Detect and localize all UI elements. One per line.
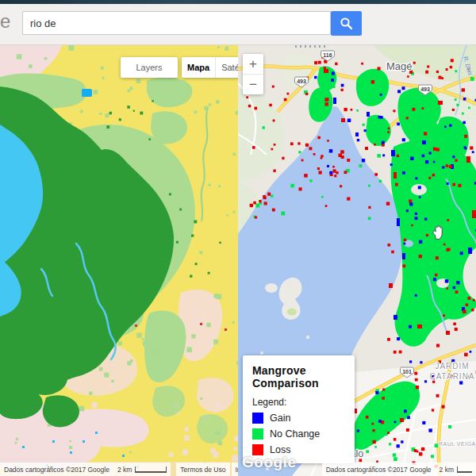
legend-panel: Mangrove Comparison Legend: Gain No Chan…: [243, 355, 355, 463]
label-jardim-line1: JARDIM: [435, 362, 469, 370]
right-map-canvas[interactable]: Magé R. Dois JARDIM CATARINA RAUL VEIGA …: [238, 45, 476, 476]
terms-link[interactable]: Termos de Uso: [176, 463, 229, 476]
left-map-art: [0, 45, 238, 476]
search-icon: [340, 17, 353, 30]
svg-text:116: 116: [323, 52, 332, 58]
svg-text:101: 101: [402, 369, 412, 374]
search-header: e: [0, 4, 476, 45]
zoom-in-button[interactable]: +: [243, 54, 263, 75]
zoom-out-button[interactable]: −: [243, 75, 263, 94]
copyright-text: Dados cartográficos ©2017 Google 2 km: [0, 463, 171, 476]
maptype-satellite-label: Satélite: [221, 63, 238, 72]
label-mage: Magé: [386, 60, 413, 72]
legend-item-gain: Gain: [252, 413, 347, 424]
layers-button-label: Layers: [136, 63, 162, 72]
road-shield-101: 101: [399, 367, 415, 378]
left-map-attribution: Dados cartográficos ©2017 Google 2 km Te…: [0, 463, 238, 476]
google-logo: Google: [242, 454, 296, 471]
label-raul-veiga: RAUL VEIGA: [439, 441, 476, 447]
svg-text:493: 493: [420, 86, 430, 92]
scale-label: 2 km: [440, 466, 454, 474]
road-shield-493b: 493: [417, 84, 433, 96]
maptype-map-button[interactable]: Mapa: [182, 57, 216, 78]
scale-label: 2 km: [117, 466, 132, 474]
zoom-control: + −: [243, 54, 263, 94]
svg-text:493: 493: [297, 79, 306, 84]
legend-subtitle: Legend:: [252, 397, 347, 408]
label-jardim-line2: CATARINA: [429, 372, 474, 381]
search-input[interactable]: [22, 11, 331, 35]
logo-text-fragment: e: [0, 10, 10, 33]
scale-bar: [135, 466, 167, 473]
scale-bar: [457, 466, 472, 473]
legend-title: Mangrove Comparison: [252, 364, 347, 390]
right-map-attribution: Dados cartográficos ©2017 Google 2 km: [322, 463, 476, 476]
maptype-control: Mapa Satélite: [182, 57, 238, 78]
search-button[interactable]: [331, 11, 362, 36]
road-shield-116: 116: [320, 50, 336, 62]
gain-swatch: [252, 413, 263, 424]
left-map-canvas[interactable]: Layers Mapa Satélite Dados cartográficos…: [0, 45, 238, 476]
copyright-text: Dados cartográficos ©2017 Google 2 km: [322, 463, 476, 476]
maptype-map-label: Mapa: [187, 63, 209, 72]
road-shield-493a: 493: [294, 76, 309, 88]
maptype-satellite-button[interactable]: Satélite: [216, 57, 238, 78]
report-error-link[interactable]: Informar erro no mapa: [232, 463, 239, 476]
layers-button[interactable]: Layers: [121, 57, 178, 78]
legend-item-no-change: No Change: [252, 428, 347, 440]
no-change-swatch: [252, 428, 263, 440]
map-compare-container: Layers Mapa Satélite Dados cartográficos…: [0, 45, 476, 476]
